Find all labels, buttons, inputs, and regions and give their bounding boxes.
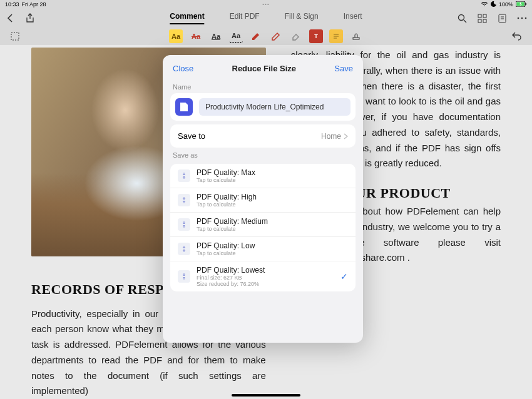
chevron-right-icon <box>344 133 348 139</box>
pdf-file-icon <box>175 98 193 116</box>
status-bar: 10:33 Fri Apr 28 ••• 100% <box>0 0 532 9</box>
quality-title: PDF Quality: Low <box>197 241 255 250</box>
tab-edit-pdf[interactable]: Edit PDF <box>230 12 260 24</box>
tab-insert[interactable]: Insert <box>344 12 362 24</box>
quality-option[interactable]: PDF Quality: LowestFinal size: 627 KBSiz… <box>170 261 356 291</box>
svg-rect-2 <box>526 3 527 5</box>
modal-save-button[interactable]: Save <box>334 64 353 73</box>
marker-tool[interactable] <box>269 29 283 43</box>
moon-icon <box>491 1 496 8</box>
save-to-value: Home <box>321 132 341 141</box>
name-section-label: Name <box>163 79 363 93</box>
svg-point-11 <box>525 18 527 19</box>
tab-fill-sign[interactable]: Fill & Sign <box>285 12 319 24</box>
quality-option[interactable]: PDF Quality: HighTap to calculate <box>170 188 356 213</box>
home-indicator <box>232 394 300 396</box>
status-date: Fri Apr 28 <box>22 1 46 8</box>
quality-list: PDF Quality: MaxTap to calculatePDF Qual… <box>170 164 356 291</box>
back-icon[interactable] <box>4 12 16 24</box>
save-to-label: Save to <box>178 131 205 141</box>
stamp-tool[interactable] <box>349 29 363 43</box>
reduce-file-size-dialog: Close Reduce File Size Save Name Save to… <box>163 55 363 343</box>
svg-point-9 <box>518 18 519 19</box>
status-time: 10:33 <box>5 1 19 8</box>
squiggly-tool[interactable]: Aa <box>229 29 243 43</box>
quality-title: PDF Quality: Medium <box>197 217 268 226</box>
svg-rect-4 <box>478 14 481 18</box>
svg-rect-5 <box>483 14 486 18</box>
highlight-tool[interactable]: Aa <box>169 29 183 43</box>
filename-row <box>170 93 356 121</box>
quality-title: PDF Quality: Lowest <box>197 266 265 275</box>
svg-rect-12 <box>11 33 19 40</box>
undo-icon[interactable] <box>511 30 523 43</box>
check-icon: ✓ <box>340 271 348 281</box>
quality-sub: Tap to calculate <box>197 201 257 208</box>
compress-icon <box>178 218 190 231</box>
save-to-row[interactable]: Save to Home <box>170 124 356 148</box>
notch-dots: ••• <box>262 1 269 7</box>
compress-icon <box>178 270 190 283</box>
quality-title: PDF Quality: High <box>197 193 257 201</box>
compress-icon <box>178 243 190 255</box>
quality-option[interactable]: PDF Quality: MaxTap to calculate <box>170 164 356 188</box>
share-icon[interactable] <box>24 12 36 24</box>
quality-sub: Tap to calculate <box>197 250 255 256</box>
save-as-section-label: Save as <box>163 148 363 161</box>
svg-rect-7 <box>483 19 486 23</box>
svg-rect-6 <box>478 19 481 23</box>
quality-option[interactable]: PDF Quality: MediumTap to calculate <box>170 213 356 237</box>
battery-pct: 100% <box>499 1 513 8</box>
compress-icon <box>178 194 190 206</box>
modal-title: Reduce File Size <box>232 64 297 73</box>
quality-option[interactable]: PDF Quality: LowTap to calculate <box>170 237 356 261</box>
wifi-icon <box>481 1 488 8</box>
more-icon[interactable] <box>516 12 528 24</box>
eraser-tool[interactable] <box>289 29 303 43</box>
search-icon[interactable] <box>456 12 468 24</box>
thumbnails-icon[interactable] <box>476 12 488 24</box>
annotation-toolbar: Aa Aa Aa Aa T <box>0 28 532 45</box>
strikethrough-tool[interactable]: Aa <box>189 29 203 43</box>
underline-tool[interactable]: Aa <box>209 29 223 43</box>
compress-icon <box>178 169 190 182</box>
bookmark-icon[interactable] <box>496 12 508 24</box>
svg-point-10 <box>521 18 523 19</box>
filename-input[interactable] <box>199 98 350 116</box>
svg-point-3 <box>458 14 464 20</box>
quality-sub: Tap to calculate <box>197 226 268 232</box>
tab-comment[interactable]: Comment <box>170 12 204 24</box>
svg-rect-14 <box>353 38 359 39</box>
pen-tool[interactable] <box>249 29 263 43</box>
battery-icon <box>516 1 527 8</box>
textbox-tool[interactable]: T <box>309 29 323 43</box>
selection-tool-icon[interactable] <box>9 30 21 43</box>
modal-close-button[interactable]: Close <box>173 64 193 73</box>
top-toolbar: Comment Edit PDF Fill & Sign Insert <box>0 9 532 28</box>
quality-sub: Final size: 627 KBSize reduced by: 76.20… <box>197 275 265 287</box>
sticky-note-tool[interactable] <box>329 29 343 43</box>
quality-title: PDF Quality: Max <box>197 168 255 177</box>
quality-sub: Tap to calculate <box>197 177 255 183</box>
